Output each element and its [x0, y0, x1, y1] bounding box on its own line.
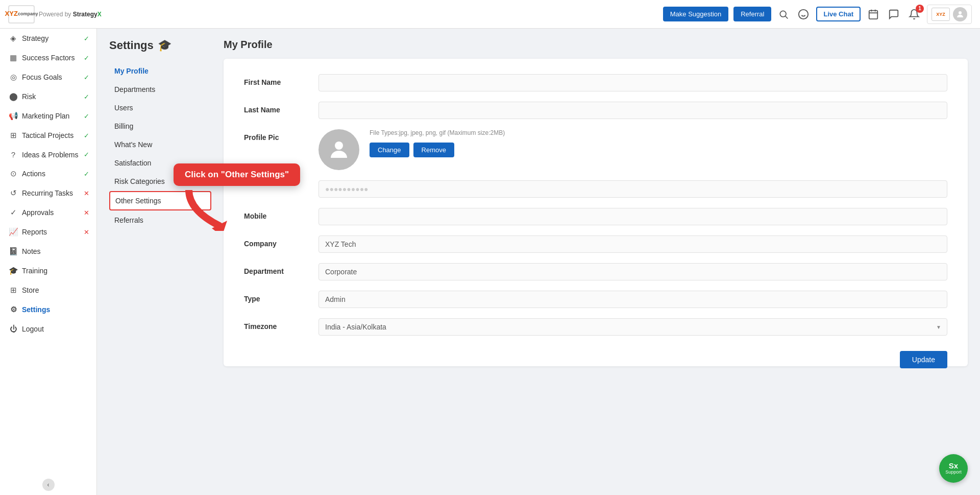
profile-pic-right: File Types:jpg, jpeg, png, gif (Maximum … [370, 129, 505, 157]
store-icon: ⊞ [9, 286, 18, 295]
reports-icon: 📈 [9, 227, 18, 237]
profile-pic-buttons: Change Remove [370, 143, 505, 157]
settings-sidebar: Settings 🎓 My Profile Departments Users … [109, 39, 211, 368]
settings-nav-referrals[interactable]: Referrals [109, 211, 211, 229]
email-input[interactable] [318, 180, 947, 198]
topnav-actions: Make Suggestion Referral Live Chat 1 XYZ [663, 5, 972, 24]
svg-point-0 [780, 11, 787, 17]
company-label: Company [244, 235, 310, 248]
first-name-input[interactable] [318, 74, 947, 91]
type-label: Type [244, 291, 310, 303]
focus-goals-icon: ◎ [9, 73, 18, 82]
sidebar-label-tactical-projects: Tactical Projects [22, 131, 80, 139]
update-button[interactable]: Update [900, 351, 947, 368]
marketing-plan-icon: 📢 [9, 111, 18, 121]
sidebar-item-marketing-plan[interactable]: 📢 Marketing Plan ✓ [0, 106, 96, 126]
sidebar-item-logout[interactable]: ⏻ Logout [0, 319, 96, 338]
settings-nav-billing[interactable]: Billing [109, 117, 211, 135]
search-icon [778, 9, 789, 19]
timezone-label: Timezone [244, 318, 310, 331]
recurring-tasks-icon: ↺ [9, 188, 18, 198]
user-company-logo: XYZ [932, 8, 950, 21]
sidebar-label-success-factors: Success Factors [22, 54, 80, 62]
recurring-tasks-x-icon: ✕ [84, 190, 89, 197]
department-label: Department [244, 263, 310, 275]
svg-point-9 [959, 11, 962, 14]
user-menu[interactable]: XYZ [927, 5, 972, 24]
settings-nav-users[interactable]: Users [109, 99, 211, 116]
sidebar-item-training[interactable]: 🎓 Training [0, 261, 96, 280]
type-input[interactable] [318, 291, 947, 308]
settings-title: Settings 🎓 [109, 39, 211, 52]
settings-nav-whats-new[interactable]: What's New [109, 136, 211, 153]
sidebar-item-success-factors[interactable]: ▦ Success Factors ✓ [0, 48, 96, 67]
collapse-sidebar-button[interactable]: ‹ [42, 479, 55, 491]
tactical-projects-icon: ⊞ [9, 131, 18, 140]
search-button[interactable] [776, 7, 791, 21]
tactical-projects-check-icon: ✓ [84, 132, 89, 139]
remove-photo-button[interactable]: Remove [413, 143, 454, 157]
settings-nav-referrals-label: Referrals [114, 216, 143, 224]
svg-point-10 [335, 142, 343, 150]
sidebar-item-settings[interactable]: ⚙ Settings [0, 300, 96, 319]
settings-nav-other-settings-label: Other Settings [115, 197, 161, 205]
sidebar-label-actions: Actions [22, 170, 80, 178]
content-area: Settings 🎓 My Profile Departments Users … [97, 29, 980, 495]
sidebar-item-risk[interactable]: ⬤ Risk ✓ [0, 87, 96, 106]
sidebar-item-tactical-projects[interactable]: ⊞ Tactical Projects ✓ [0, 126, 96, 145]
svg-line-1 [786, 16, 788, 18]
settings-nav-risk-categories[interactable]: Risk Categories [109, 173, 211, 190]
training-icon: 🎓 [9, 266, 18, 275]
profile-card: First Name Last Name Profile [224, 59, 968, 366]
ideas-problems-check-icon: ✓ [84, 151, 89, 158]
chat-button[interactable] [886, 7, 901, 22]
approvals-x-icon: ✕ [84, 209, 89, 217]
settings-nav-satisfaction[interactable]: Satisfaction [109, 154, 211, 172]
timezone-select[interactable]: India - Asia/Kolkata [318, 318, 947, 336]
calendar-button[interactable] [866, 7, 881, 22]
page-title: My Profile [224, 39, 968, 51]
mobile-input[interactable] [318, 208, 947, 225]
sidebar-item-store[interactable]: ⊞ Store [0, 280, 96, 300]
sidebar-item-strategy[interactable]: ◈ Strategy ✓ [0, 29, 96, 48]
ideas-problems-icon: ? [9, 150, 18, 159]
settings-icon: ⚙ [9, 305, 18, 314]
settings-nav-departments[interactable]: Departments [109, 81, 211, 98]
company-input[interactable] [318, 235, 947, 253]
sidebar-item-notes[interactable]: 📓 Notes [0, 242, 96, 261]
settings-nav-my-profile[interactable]: My Profile [109, 62, 211, 80]
svg-rect-5 [869, 10, 878, 18]
user-avatar [953, 7, 967, 21]
livechat-button[interactable]: Live Chat [816, 7, 861, 21]
first-name-control [318, 74, 947, 91]
support-button[interactable]: Sx Support [939, 454, 968, 483]
settings-nav-users-label: Users [114, 104, 133, 112]
emoji-button[interactable] [796, 7, 811, 22]
notification-area[interactable]: 1 [906, 7, 922, 22]
referral-button[interactable]: Referral [733, 7, 771, 21]
sidebar-item-focus-goals[interactable]: ◎ Focus Goals ✓ [0, 67, 96, 87]
sidebar-item-actions[interactable]: ⊙ Actions ✓ [0, 164, 96, 183]
sidebar-label-risk: Risk [22, 92, 80, 101]
powered-by: Powered by StrategyX [39, 11, 102, 18]
success-factors-icon: ▦ [9, 53, 18, 62]
department-control [318, 263, 947, 280]
profile-pic-row: Profile Pic File Types:jpg, jpeg, png, g… [244, 129, 947, 170]
sidebar-item-recurring-tasks[interactable]: ↺ Recurring Tasks ✕ [0, 183, 96, 203]
type-control [318, 291, 947, 308]
logout-icon: ⏻ [9, 324, 18, 333]
department-input[interactable] [318, 263, 947, 280]
change-photo-button[interactable]: Change [370, 143, 409, 157]
make-suggestion-button[interactable]: Make Suggestion [663, 7, 728, 21]
sidebar-item-ideas-problems[interactable]: ? Ideas & Problems ✓ [0, 145, 96, 164]
sidebar-label-notes: Notes [22, 247, 89, 255]
settings-nav-other-settings[interactable]: Other Settings [109, 191, 211, 210]
sidebar-item-approvals[interactable]: ✓ Approvals ✕ [0, 203, 96, 222]
sidebar-label-approvals: Approvals [22, 208, 80, 217]
timezone-control: India - Asia/Kolkata [318, 318, 947, 336]
sidebar-item-reports[interactable]: 📈 Reports ✕ [0, 222, 96, 242]
last-name-label: Last Name [244, 102, 310, 114]
company-control [318, 235, 947, 253]
strategy-icon: ◈ [9, 34, 18, 43]
last-name-input[interactable] [318, 102, 947, 119]
